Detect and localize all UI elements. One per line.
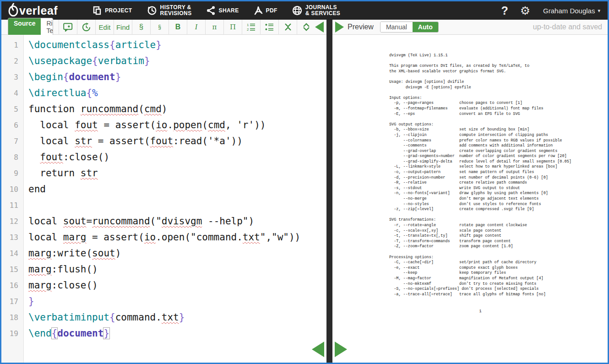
nav-journals-label: JOURNALS & SERVICES [305, 5, 340, 16]
tab-rich-text[interactable]: Rich Text [41, 18, 53, 36]
code-text: end [23, 181, 46, 197]
user-menu[interactable]: Graham Douglas ▾ [543, 7, 600, 15]
line-number: 19 [1, 326, 23, 342]
code-line[interactable]: 10end [1, 181, 326, 197]
code-line[interactable]: 2\usepackage{verbatim} [1, 53, 326, 69]
expand-sections-button[interactable] [297, 20, 315, 35]
code-text: return str [23, 165, 98, 181]
collapse-preview-button[interactable] [335, 22, 344, 33]
main-area: Source Rich Text Edit Find § § B [1, 20, 608, 363]
code-line[interactable]: 14marg:write(sout) [1, 245, 326, 261]
share-icon [207, 6, 216, 15]
code-text: local fout = assert(io.popen(cmd, 'r')) [23, 117, 266, 133]
auto-compile-button[interactable]: Auto [413, 22, 438, 32]
pane-divider[interactable] [326, 20, 332, 363]
track-changes-button[interactable] [77, 20, 95, 35]
pdf-page: dvisvgm (TeX Live) 1.15.1 This program c… [332, 35, 571, 314]
display-math-button[interactable]: Π [223, 20, 242, 35]
code-line[interactable]: 7 local str = assert(fout:read('*a')) [1, 133, 326, 149]
add-comment-button[interactable] [59, 20, 77, 35]
pdf-viewport[interactable]: dvisvgm (TeX Live) 1.15.1 This program c… [332, 35, 608, 363]
code-line[interactable]: 9 return str [1, 165, 326, 181]
collapse-preview-bottom-button[interactable] [335, 342, 347, 357]
tab-source[interactable]: Source [8, 18, 41, 36]
code-lines: 1\documentclass{article}2\usepackage{ver… [1, 37, 326, 342]
line-number: 6 [1, 117, 23, 133]
nav-project[interactable]: PROJECT [92, 6, 132, 15]
preview-pane: Preview Manual Auto up-to-date and saved… [332, 20, 608, 363]
code-text: local str = assert(fout:read('*a')) [23, 133, 243, 149]
code-text: marg:close() [23, 277, 98, 293]
code-text: function runcommand(cmd) [23, 101, 167, 117]
code-line[interactable]: 1\documentclass{article} [1, 37, 326, 53]
nav-history-label: HISTORY & REVISIONS [160, 5, 192, 16]
line-number: 17 [1, 293, 23, 310]
code-line[interactable]: 16marg:close() [1, 277, 326, 293]
line-number: 10 [1, 181, 23, 197]
editor-toolbar: Source Rich Text Edit Find § § B [1, 20, 326, 35]
code-text: fout:close() [23, 149, 109, 165]
find-button[interactable]: Find [114, 20, 132, 35]
code-line[interactable]: 6 local fout = assert(io.popen(cmd, 'r')… [1, 117, 326, 133]
collapse-icon [284, 23, 292, 31]
line-number: 14 [1, 245, 23, 261]
nav-journals-services[interactable]: JOURNALS & SERVICES [292, 5, 340, 16]
line-number: 2 [1, 53, 23, 69]
help-button[interactable]: ? [501, 4, 508, 17]
comment-add-icon [63, 23, 73, 32]
collapse-editor-bottom-button[interactable] [312, 342, 324, 357]
settings-gear-icon[interactable]: ⚙ [520, 4, 530, 17]
history-icon [147, 5, 157, 16]
compile-mode-group: Manual Auto [380, 22, 439, 33]
svg-text:1: 1 [247, 23, 249, 27]
svg-text:2: 2 [247, 27, 249, 31]
line-number: 8 [1, 149, 23, 165]
collapse-sections-button[interactable] [278, 20, 297, 35]
code-line[interactable]: 17} [1, 293, 326, 310]
code-line[interactable]: 8 fout:close() [1, 149, 326, 165]
preview-label: Preview [348, 23, 374, 31]
code-line[interactable]: 13local marg = assert(io.open("command.t… [1, 229, 326, 245]
line-number: 11 [1, 197, 23, 213]
code-text: \documentclass{article} [23, 37, 162, 53]
code-line[interactable]: 12local sout=runcommand("dvisvgm --help"… [1, 213, 326, 229]
manual-compile-button[interactable]: Manual [381, 22, 413, 32]
overleaf-logo[interactable]: verleaf [8, 3, 58, 18]
nav-history-revisions[interactable]: HISTORY & REVISIONS [147, 5, 192, 16]
nav-share-label: SHARE [219, 8, 239, 14]
line-number: 15 [1, 261, 23, 277]
code-line[interactable]: 18\verbatiminput{command.txt} [1, 310, 326, 326]
code-line[interactable]: 5function runcommand(cmd) [1, 101, 326, 117]
numbered-list-icon: 12 [247, 23, 256, 31]
line-number: 9 [1, 165, 23, 181]
section-button[interactable]: § [132, 20, 150, 35]
subsection-button[interactable]: § [150, 20, 169, 35]
pdf-icon [254, 5, 263, 16]
user-name: Graham Douglas [543, 7, 595, 15]
italic-button[interactable]: I [187, 20, 205, 35]
code-editor[interactable]: 1\documentclass{article}2\usepackage{ver… [1, 35, 326, 363]
code-line[interactable]: 19\end{document} [1, 326, 326, 342]
preview-toolbar: Preview Manual Auto up-to-date and saved [332, 20, 608, 35]
code-line[interactable]: 15marg:flush() [1, 261, 326, 277]
line-number: 1 [1, 37, 23, 53]
line-number: 12 [1, 213, 23, 229]
code-line[interactable]: 4\directlua{% [1, 85, 326, 101]
collapse-editor-button[interactable] [315, 22, 324, 33]
nav-share[interactable]: SHARE [207, 6, 239, 15]
code-text: local marg = assert(io.open("command.txt… [23, 229, 300, 245]
nav-pdf[interactable]: PDF [254, 5, 277, 16]
nav-pdf-label: PDF [266, 8, 277, 14]
line-number: 7 [1, 133, 23, 149]
edit-menu-button[interactable]: Edit [95, 20, 114, 35]
bullet-list-button[interactable] [260, 20, 278, 35]
save-status: up-to-date and saved [533, 23, 602, 31]
code-line[interactable]: 3\begin{document} [1, 69, 326, 85]
expand-icon [302, 23, 310, 31]
bold-button[interactable]: B [169, 20, 187, 35]
logo-text: verleaf [19, 4, 58, 17]
numbered-list-button[interactable]: 12 [242, 20, 260, 35]
code-text: \usepackage{verbatim} [23, 53, 150, 69]
inline-math-button[interactable]: π [205, 20, 223, 35]
code-line[interactable]: 11 [1, 197, 326, 213]
